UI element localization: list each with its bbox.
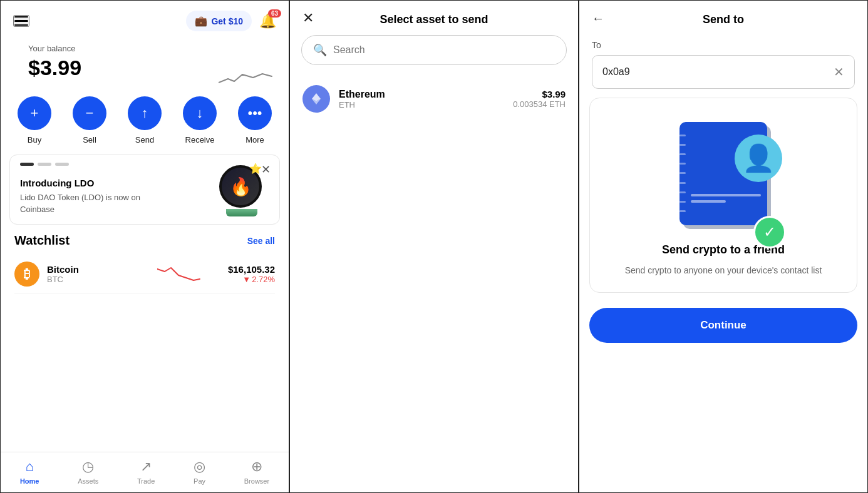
bitcoin-change-value: 2.72% (252, 275, 275, 284)
right-panel: ← Send to To 0x0a9 ✕ (579, 0, 868, 493)
ethereum-icon (302, 85, 330, 113)
buy-label: Buy (28, 135, 41, 145)
pay-label: Pay (194, 477, 205, 485)
address-text[interactable]: 0x0a9 (602, 66, 829, 78)
bitcoin-name: Bitcoin (47, 264, 130, 275)
send-action: ↑ Send (128, 96, 162, 145)
bitcoin-ticker: BTC (47, 275, 130, 284)
sell-button[interactable]: − (73, 96, 106, 130)
ethereum-crypto: 0.003534 ETH (513, 99, 566, 109)
bitcoin-info: Bitcoin BTC (47, 264, 130, 284)
nav-assets[interactable]: ◷ Assets (71, 457, 105, 486)
browser-icon: ⊕ (251, 459, 262, 475)
left-panel: 💼 Get $10 🔔 63 Your balance $3.99 + Buy (0, 0, 289, 493)
watchlist-header: Watchlist See all (14, 233, 275, 248)
ellipsis-icon: ••• (247, 105, 262, 121)
balance-section: Your balance $3.99 (1, 39, 289, 90)
ethereum-amounts: $3.99 0.003534 ETH (513, 89, 566, 109)
right-title: Send to (703, 13, 744, 26)
clear-address-button[interactable]: ✕ (834, 64, 844, 79)
close-button[interactable]: ✕ (302, 10, 314, 26)
card-text-lines (691, 194, 761, 206)
search-bar[interactable]: 🔍 (301, 35, 567, 65)
ethereum-name: Ethereum (339, 89, 504, 100)
promo-body: Lido DAO Token (LDO) is now on Coinbase (20, 192, 145, 215)
ethereum-usd: $3.99 (513, 89, 566, 99)
contact-desc: Send crypto to anyone on your device's c… (625, 264, 822, 277)
ldo-graphic: 🔥 ⭐ (219, 165, 264, 210)
id-card: 👤 (679, 122, 767, 225)
browser-label: Browser (244, 477, 269, 485)
back-button[interactable]: ← (592, 11, 604, 25)
plus-icon: + (31, 105, 39, 121)
bitcoin-icon: ₿ (14, 262, 39, 287)
address-input-row: 0x0a9 ✕ (592, 55, 855, 89)
nav-home[interactable]: ⌂ Home (14, 457, 46, 486)
promo-card: ✕ Introducing LDO Lido DAO Token (LDO) i… (9, 155, 280, 225)
mid-title: Select asset to send (380, 13, 488, 26)
ethereum-info: Ethereum ETH (339, 89, 504, 109)
ethereum-asset-row[interactable]: Ethereum ETH $3.99 0.003534 ETH (290, 76, 578, 121)
balance-label: Your balance (28, 44, 81, 53)
get-money-label: Get $10 (211, 16, 243, 26)
nav-pay[interactable]: ◎ Pay (187, 457, 212, 486)
bitcoin-row[interactable]: ₿ Bitcoin BTC $16,105.32 ▼ 2.72% (14, 255, 275, 293)
balance-info: Your balance $3.99 (14, 39, 95, 90)
continue-button[interactable]: Continue (589, 308, 857, 343)
ethereum-ticker: ETH (339, 100, 504, 109)
star-icon: ⭐ (249, 163, 262, 175)
buy-action: + Buy (18, 96, 51, 145)
send-label: Send (135, 135, 154, 145)
notification-bell[interactable]: 🔔 63 (259, 13, 276, 29)
nav-trade[interactable]: ↗ Trade (131, 457, 161, 486)
ldo-icon: 🔥 (230, 176, 252, 197)
header-right: 💼 Get $10 🔔 63 (186, 11, 276, 31)
mid-header: ✕ Select asset to send (290, 1, 578, 35)
bitcoin-price-info: $16,105.32 ▼ 2.72% (228, 264, 275, 284)
search-input[interactable] (333, 44, 555, 56)
briefcase-icon: 💼 (195, 15, 207, 27)
sell-label: Sell (83, 135, 96, 145)
bottom-nav: ⌂ Home ◷ Assets ↗ Trade ◎ Pay ⊕ Browser (1, 452, 289, 492)
menu-button[interactable] (13, 15, 29, 28)
dot-active (20, 163, 34, 166)
avatar-circle: 👤 (735, 135, 782, 182)
bitcoin-chart (137, 263, 220, 285)
promo-title: Introducing LDO (20, 178, 145, 188)
action-buttons: + Buy − Sell ↑ Send ↓ Receive ••• M (1, 90, 289, 155)
promo-text: Introducing LDO Lido DAO Token (LDO) is … (20, 178, 145, 215)
send-button[interactable]: ↑ (128, 96, 162, 130)
watchlist-section: Watchlist See all ₿ Bitcoin BTC $16,105.… (1, 233, 289, 293)
contact-card: 👤 ✓ Send crypto to a friend Send crypto … (589, 98, 857, 293)
see-all-link[interactable]: See all (247, 236, 275, 246)
send-icon: ↑ (142, 105, 148, 121)
nav-browser[interactable]: ⊕ Browser (238, 457, 276, 486)
receive-button[interactable]: ↓ (183, 96, 217, 130)
home-icon: ⌂ (26, 459, 34, 475)
get-money-button[interactable]: 💼 Get $10 (186, 11, 252, 31)
trade-label: Trade (137, 477, 155, 485)
search-icon: 🔍 (313, 43, 327, 57)
check-circle: ✓ (753, 216, 786, 248)
card-lines (679, 122, 687, 225)
assets-label: Assets (78, 477, 98, 485)
balance-amount: $3.99 (28, 56, 81, 80)
minus-icon: − (86, 105, 94, 121)
receive-label: Receive (185, 135, 215, 145)
contact-illustration: 👤 ✓ (667, 111, 780, 236)
avatar-figure: 👤 (742, 145, 775, 171)
dot-1 (38, 163, 51, 166)
promo-image: 🔥 ⭐ (219, 165, 269, 215)
card-line-2 (691, 200, 726, 203)
more-button[interactable]: ••• (238, 96, 272, 130)
receive-action: ↓ Receive (183, 96, 217, 145)
to-label: To (592, 40, 855, 50)
mid-panel: ✕ Select asset to send 🔍 Ethereum ETH $3… (289, 0, 579, 493)
receive-icon: ↓ (197, 105, 204, 121)
assets-icon: ◷ (82, 459, 94, 475)
promo-dots (20, 163, 69, 166)
card-line-1 (691, 194, 761, 196)
pay-icon: ◎ (194, 459, 205, 475)
notification-badge: 63 (268, 9, 281, 18)
buy-button[interactable]: + (18, 96, 51, 130)
